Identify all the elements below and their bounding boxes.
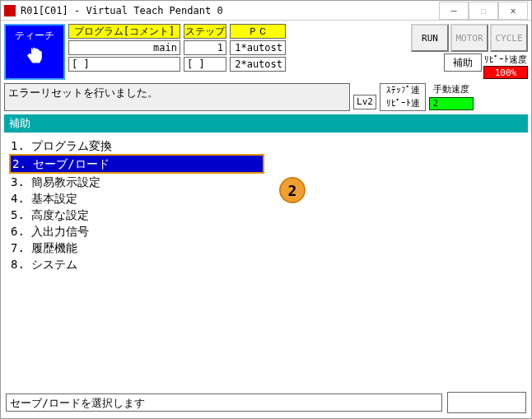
pc-panel: ＰＣ 1*autost 2*autost xyxy=(230,24,286,72)
step-value-1[interactable]: 1 xyxy=(184,40,226,55)
manual-speed-value[interactable]: 2 xyxy=(429,97,474,110)
pc-value-2[interactable]: 2*autost xyxy=(230,57,286,72)
menu-item-5[interactable]: 5. 高度な設定 xyxy=(9,207,523,223)
program-value-1[interactable]: main xyxy=(68,40,180,55)
step-link-box[interactable]: ｽﾃｯﾌﾟ連 ﾘﾋﾟｰﾄ連 xyxy=(380,83,426,111)
program-panel: プログラム[コメント] main [ ] xyxy=(68,24,180,72)
section-header: 補助 xyxy=(4,114,528,133)
repeat-speed-label: ﾘﾋﾟｰﾄ速度 xyxy=(484,54,527,66)
program-value-2[interactable]: [ ] xyxy=(68,57,180,72)
menu-item-8[interactable]: 8. システム xyxy=(9,256,523,272)
maximize-button[interactable]: ☐ xyxy=(469,2,498,20)
footer: セーブ/ロードを選択します xyxy=(6,392,526,413)
pc-value-1[interactable]: 1*autost xyxy=(230,40,286,55)
level-indicator[interactable]: Lv2 xyxy=(353,95,376,109)
callout-badge: 2 xyxy=(279,177,306,203)
menu-item-7[interactable]: 7. 履歴機能 xyxy=(9,240,523,256)
repeat-speed-value[interactable]: 100% xyxy=(483,66,528,79)
cycle-button[interactable]: CYCLE xyxy=(490,24,528,52)
menu-item-4[interactable]: 4. 基本設定 xyxy=(9,190,523,207)
run-area: RUN MOTOR CYCLE 補助 ﾘﾋﾟｰﾄ速度 100% xyxy=(411,24,528,79)
program-header: プログラム[コメント] xyxy=(68,24,180,39)
titlebar: R01[C01] - Virtual Teach Pendant 0 — ☐ ✕ xyxy=(1,1,531,21)
step-panel: ステップ 1 [ ] xyxy=(184,24,226,72)
menu-item-2[interactable]: 2. セーブ/ロード xyxy=(9,154,264,174)
menu-area: 1. プログラム変換 2. セーブ/ロード 3. 簡易教示設定 4. 基本設定 … xyxy=(1,133,531,363)
step-link-1: ｽﾃｯﾌﾟ連 xyxy=(380,84,425,97)
teach-label: ティーチ xyxy=(15,29,54,43)
menu-item-3[interactable]: 3. 簡易教示設定 xyxy=(9,174,523,190)
step-link-2: ﾘﾋﾟｰﾄ連 xyxy=(380,97,425,110)
repeat-speed: ﾘﾋﾟｰﾄ速度 100% xyxy=(483,54,528,79)
menu-item-6[interactable]: 6. 入出力信号 xyxy=(9,223,523,240)
aux-button[interactable]: 補助 xyxy=(444,54,482,72)
step-value-2[interactable]: [ ] xyxy=(184,57,226,72)
app-icon xyxy=(4,5,16,16)
motor-button[interactable]: MOTOR xyxy=(450,24,488,52)
app-window: R01[C01] - Virtual Teach Pendant 0 — ☐ ✕… xyxy=(0,0,532,419)
manual-speed: 手動速度 2 xyxy=(429,83,474,110)
window-title: R01[C01] - Virtual Teach Pendant 0 xyxy=(21,5,439,16)
pc-header: ＰＣ xyxy=(230,24,286,39)
minimize-button[interactable]: — xyxy=(439,2,469,20)
footer-hint: セーブ/ロードを選択します xyxy=(6,393,442,412)
step-header: ステップ xyxy=(184,24,226,39)
footer-input[interactable] xyxy=(447,392,526,413)
run-button[interactable]: RUN xyxy=(411,24,449,52)
hand-icon xyxy=(23,46,46,69)
message-box: エラーリセットを行いました。 xyxy=(4,83,350,111)
teach-button[interactable]: ティーチ xyxy=(4,24,65,80)
message-row: エラーリセットを行いました。 Lv2 ｽﾃｯﾌﾟ連 ﾘﾋﾟｰﾄ連 手動速度 2 xyxy=(1,83,531,114)
menu-item-1[interactable]: 1. プログラム変換 xyxy=(9,137,523,154)
toolbar: ティーチ プログラム[コメント] main [ ] ステップ 1 [ ] ＰＣ … xyxy=(1,21,531,83)
manual-speed-label: 手動速度 xyxy=(433,83,469,95)
close-button[interactable]: ✕ xyxy=(498,2,528,20)
window-controls: — ☐ ✕ xyxy=(439,2,528,20)
